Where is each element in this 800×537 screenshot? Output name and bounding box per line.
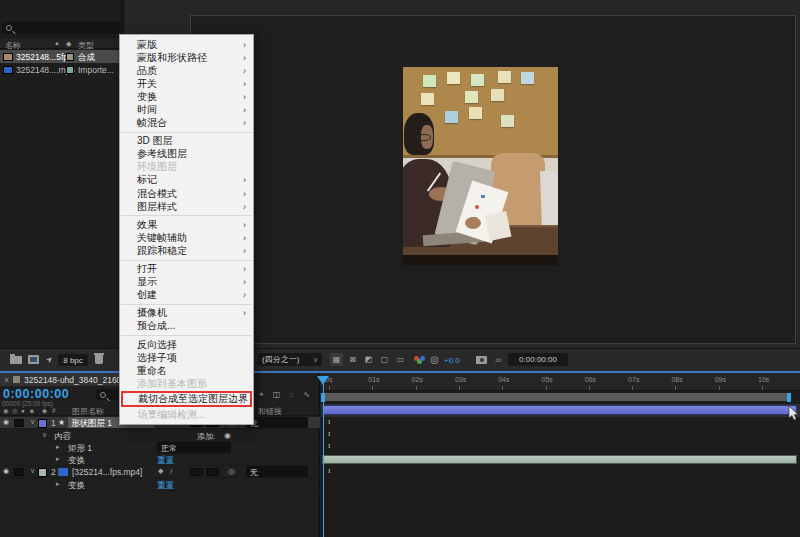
eye-icon[interactable]: ◉: [3, 467, 9, 475]
quality-switch-icon[interactable]: ◆: [158, 467, 163, 475]
transparency-grid-icon[interactable]: ▢: [378, 353, 391, 366]
layer-1-duration-bar[interactable]: [322, 405, 797, 415]
menu-item[interactable]: 显示›: [120, 276, 253, 289]
trkmat-box[interactable]: [206, 468, 219, 476]
menu-item[interactable]: 摄像机›: [120, 307, 253, 320]
label-swatch[interactable]: [66, 53, 74, 61]
transform-row[interactable]: ▸ 变换 重置: [0, 454, 320, 466]
footage-icon[interactable]: [28, 355, 39, 364]
menu-item[interactable]: 变换›: [120, 90, 253, 103]
mask-visibility-icon[interactable]: ⊠: [346, 353, 359, 366]
menu-item[interactable]: 反向选择: [120, 338, 253, 351]
parent-link-dropdown[interactable]: 无 ∨: [246, 466, 308, 477]
switch-box[interactable]: [14, 468, 24, 476]
shy-layers-icon[interactable]: ⌖: [255, 388, 268, 401]
twirl-open-icon[interactable]: ∨: [30, 467, 35, 475]
menu-item[interactable]: 裁切合成至选定图层边界: [121, 391, 252, 407]
grid-options-icon[interactable]: ▦: [330, 353, 343, 366]
mode-box[interactable]: [190, 468, 203, 476]
menu-item[interactable]: 预合成...: [120, 320, 253, 333]
twirl-closed-icon[interactable]: ▸: [56, 480, 60, 488]
current-timecode[interactable]: 0:00:00:00: [3, 387, 69, 401]
time-ruler[interactable]: 0s01s02s03s04s05s06s07s08s09s10s: [321, 373, 800, 391]
layer-name[interactable]: [325214...fps.mp4]: [72, 467, 142, 477]
fx-switch-icon[interactable]: /: [170, 467, 172, 476]
menu-item[interactable]: 跟踪和稳定›: [120, 244, 253, 257]
menu-item-label: 选择子项: [137, 351, 177, 365]
work-area-bar[interactable]: [322, 393, 790, 401]
menu-item-label: 效果: [137, 218, 157, 232]
exposure-value[interactable]: +0.0: [444, 356, 460, 365]
twirl-closed-icon[interactable]: ▸: [56, 455, 60, 463]
add-button-icon[interactable]: ◉: [224, 431, 231, 440]
menu-item[interactable]: 开关›: [120, 77, 253, 90]
menu-item[interactable]: 混合模式›: [120, 187, 253, 200]
twirl-open-icon[interactable]: ∨: [30, 418, 35, 426]
eye-icon[interactable]: ◉: [3, 418, 9, 426]
menu-item[interactable]: 3D 图层: [120, 135, 253, 148]
trash-icon[interactable]: [95, 355, 103, 364]
menu-item[interactable]: 选择子项: [120, 351, 253, 364]
render-rocket-icon[interactable]: ➤: [40, 350, 58, 368]
blend-mode-dropdown[interactable]: 正常 ∨: [157, 442, 231, 453]
menu-item[interactable]: 蒙版和形状路径›: [120, 51, 253, 64]
menu-item[interactable]: 时间›: [120, 103, 253, 116]
reset-link[interactable]: 重置: [157, 480, 174, 492]
menu-item[interactable]: 品质›: [120, 64, 253, 77]
close-icon[interactable]: ×: [4, 375, 9, 385]
rectangle-row[interactable]: ▸ 矩形 1 正常 ∨: [0, 442, 320, 454]
work-area-end-handle[interactable]: [787, 393, 791, 402]
playhead-line[interactable]: [323, 376, 325, 537]
folder-icon[interactable]: [10, 356, 22, 364]
menu-item[interactable]: 蒙版›: [120, 38, 253, 51]
menu-item[interactable]: 效果›: [120, 218, 253, 231]
menu-item[interactable]: 帧混合›: [120, 117, 253, 130]
menu-item-label: 混合模式: [137, 187, 177, 201]
snapshot-camera-icon[interactable]: [476, 356, 487, 364]
ruler-label: 10s: [758, 376, 769, 383]
project-search-input[interactable]: [2, 22, 120, 34]
twirl-open-icon[interactable]: ∨: [42, 431, 47, 439]
twirl-closed-icon[interactable]: ▸: [56, 443, 60, 451]
motion-blur-icon[interactable]: ◌: [285, 388, 298, 401]
project-panel: 名称 ▲ ◆ 类型 3252148...5fps 合成 3252148....m…: [0, 0, 123, 348]
project-row-footage[interactable]: 3252148....mp4 Importe...: [0, 63, 123, 76]
menu-item-label: 创建: [137, 288, 157, 302]
layer-label-swatch[interactable]: [38, 419, 47, 428]
comp-timecode[interactable]: 0:00:00:00: [508, 353, 568, 366]
menu-separator: [121, 304, 252, 305]
menu-item[interactable]: 重命名: [120, 364, 253, 377]
submenu-arrow-icon: ›: [243, 105, 246, 115]
resolution-gear-icon[interactable]: ◎: [428, 353, 441, 366]
guides-icon[interactable]: ▭: [394, 353, 407, 366]
transform-row[interactable]: ▸ 变换 重置: [0, 479, 320, 491]
parent-link-dropdown[interactable]: 无 ∨: [246, 417, 308, 428]
layer-label-swatch[interactable]: [38, 468, 47, 477]
label-swatch[interactable]: [66, 66, 74, 74]
menu-item: 添加到基本图形: [120, 377, 253, 390]
magnification-dropdown[interactable]: (四分之一) ∨: [258, 353, 322, 366]
menu-item[interactable]: 创建›: [120, 289, 253, 302]
submenu-arrow-icon: ›: [243, 246, 246, 256]
show-snapshot-icon[interactable]: ∞: [492, 353, 505, 366]
menu-item[interactable]: 标记›: [120, 174, 253, 187]
search-icon: [100, 392, 106, 398]
region-of-interest-icon[interactable]: ◩: [362, 353, 375, 366]
sort-asc-icon[interactable]: ▲: [54, 40, 60, 46]
menu-item[interactable]: 关键帧辅助›: [120, 231, 253, 244]
playhead-head[interactable]: [317, 376, 329, 385]
project-column-header[interactable]: 名称 ▲ ◆ 类型: [0, 37, 123, 49]
menu-item[interactable]: 打开›: [120, 263, 253, 276]
contents-row[interactable]: ∨ 内容 添加: ◉: [0, 430, 320, 442]
layer-row-2[interactable]: ◉ ∨ 2 [325214...fps.mp4] ◆ / ◎ 无 ∨: [0, 466, 320, 478]
switch-box[interactable]: [14, 419, 24, 427]
submenu-arrow-icon: ›: [243, 264, 246, 274]
project-row-composition[interactable]: 3252148...5fps 合成: [0, 50, 123, 63]
bpc-button[interactable]: 8 bpc: [58, 354, 88, 366]
graph-editor-icon[interactable]: ∿: [300, 388, 313, 401]
layer-2-duration-bar[interactable]: [322, 455, 797, 464]
menu-item[interactable]: 图层样式›: [120, 200, 253, 213]
menu-item[interactable]: 参考线图层: [120, 148, 253, 161]
menu-item-label: 环境图层: [137, 160, 177, 174]
frame-blend-icon[interactable]: ◫: [270, 388, 283, 401]
